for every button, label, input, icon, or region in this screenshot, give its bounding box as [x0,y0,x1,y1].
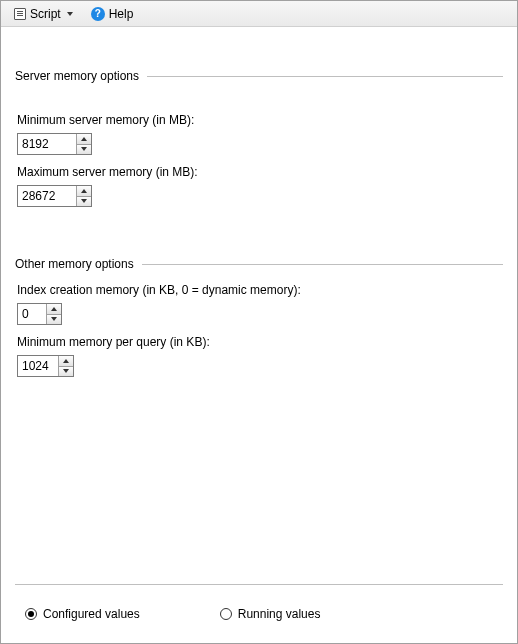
radio-label: Running values [238,607,321,621]
group-title: Other memory options [15,257,134,271]
min-memory-input[interactable] [18,134,76,154]
chevron-up-icon [81,137,87,141]
chevron-up-icon [51,307,57,311]
group-other-memory: Other memory options [15,257,503,271]
spin-down-button[interactable] [59,367,73,377]
footer: Configured values Running values [1,584,517,643]
spin-down-button[interactable] [47,315,61,325]
index-memory-label: Index creation memory (in KB, 0 = dynami… [17,283,503,297]
spin-up-button[interactable] [77,134,91,145]
script-label: Script [30,7,61,21]
radio-dot-icon [28,611,34,617]
index-memory-input[interactable] [18,304,46,324]
group-server-memory: Server memory options [15,69,503,83]
min-query-memory-spinner[interactable] [17,355,74,377]
toolbar: Script ? Help [1,1,517,27]
spin-up-button[interactable] [47,304,61,315]
chevron-down-icon [81,199,87,203]
divider [147,76,503,77]
script-icon [14,8,26,20]
spinner-buttons [76,134,91,154]
help-button[interactable]: ? Help [84,4,141,24]
chevron-down-icon [51,317,57,321]
chevron-down-icon [81,147,87,151]
group-title: Server memory options [15,69,139,83]
spinner-buttons [58,356,73,376]
script-button[interactable]: Script [7,4,80,24]
spin-up-button[interactable] [59,356,73,367]
radio-group-values: Configured values Running values [1,585,517,621]
chevron-up-icon [63,359,69,363]
min-query-memory-input[interactable] [18,356,58,376]
radio-label: Configured values [43,607,140,621]
content-area: Server memory options Minimum server mem… [1,27,517,377]
help-icon: ? [91,7,105,21]
help-label: Help [109,7,134,21]
radio-icon [25,608,37,620]
divider [142,264,503,265]
radio-icon [220,608,232,620]
radio-configured-values[interactable]: Configured values [25,607,140,621]
chevron-down-icon [67,12,73,16]
max-memory-spinner[interactable] [17,185,92,207]
chevron-up-icon [81,189,87,193]
radio-running-values[interactable]: Running values [220,607,321,621]
min-memory-spinner[interactable] [17,133,92,155]
spinner-buttons [46,304,61,324]
index-memory-spinner[interactable] [17,303,62,325]
min-query-memory-label: Minimum memory per query (in KB): [17,335,503,349]
spin-down-button[interactable] [77,197,91,207]
max-memory-input[interactable] [18,186,76,206]
spinner-buttons [76,186,91,206]
spin-up-button[interactable] [77,186,91,197]
max-memory-label: Maximum server memory (in MB): [17,165,503,179]
spin-down-button[interactable] [77,145,91,155]
min-memory-label: Minimum server memory (in MB): [17,113,503,127]
chevron-down-icon [63,369,69,373]
